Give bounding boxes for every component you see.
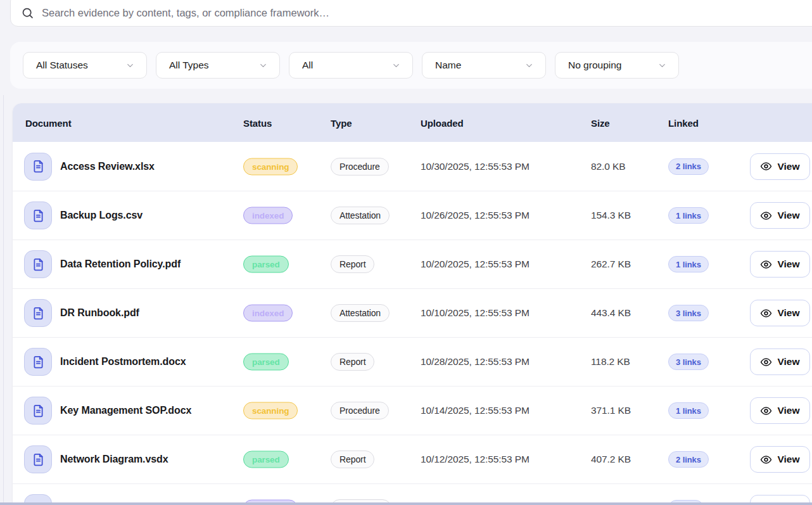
filter-status-value: All Statuses: [36, 60, 88, 71]
table-row: Network Diagram.vsdx parsed Report 10/12…: [13, 435, 812, 483]
document-icon: [24, 250, 52, 278]
size-cell: 154.3 KB: [591, 210, 631, 221]
document-name: Backup Logs.csv: [60, 210, 143, 221]
file-text-icon: [32, 160, 45, 173]
sort-by-value: Name: [435, 60, 461, 71]
evidence-table: Document Status Type Uploaded Size Linke…: [13, 103, 812, 505]
links-pill: 3 links: [668, 354, 709, 370]
status-badge: scanning: [243, 402, 298, 419]
document-icon: [24, 299, 52, 327]
eye-icon: [760, 160, 772, 172]
view-button[interactable]: View: [750, 446, 810, 473]
column-header-type: Type: [331, 117, 352, 128]
links-pill: 1 links: [668, 256, 709, 272]
file-text-icon: [32, 307, 45, 320]
uploaded-cell: 10/26/2025, 12:55:53 PM: [421, 210, 530, 221]
view-button[interactable]: View: [750, 300, 810, 326]
table-row: Data Retention Policy.pdf parsed Report …: [13, 240, 812, 288]
view-button[interactable]: View: [750, 153, 810, 180]
uploaded-cell: 10/14/2025, 12:55:53 PM: [421, 405, 530, 416]
filter-type-value: All Types: [169, 60, 209, 71]
size-cell: 371.1 KB: [591, 405, 631, 416]
view-button-label: View: [777, 307, 799, 319]
view-button-label: View: [777, 259, 799, 270]
sort-by-dropdown[interactable]: Name: [422, 52, 546, 79]
view-button[interactable]: View: [750, 251, 810, 278]
search-input[interactable]: [42, 7, 812, 19]
document-name: Incident Postmortem.docx: [60, 356, 186, 368]
grouping-dropdown[interactable]: No grouping: [555, 52, 679, 79]
size-cell: 82.0 KB: [591, 161, 625, 172]
view-button-label: View: [777, 356, 799, 368]
chevron-down-icon: [524, 61, 534, 70]
filter-status-dropdown[interactable]: All Statuses: [23, 52, 147, 79]
document-name: Access Review.xlsx: [60, 161, 155, 172]
column-header-document: Document: [25, 117, 72, 128]
file-text-icon: [32, 453, 45, 466]
view-button[interactable]: View: [750, 348, 810, 375]
column-header-status: Status: [243, 117, 272, 128]
links-pill: 2 links: [668, 158, 709, 175]
search-bar: [10, 0, 812, 27]
view-button-label: View: [777, 454, 799, 465]
filter-all-value: All: [302, 60, 313, 71]
type-pill: Report: [331, 255, 374, 273]
size-cell: 407.2 KB: [591, 454, 631, 465]
filter-all-dropdown[interactable]: All: [289, 52, 413, 79]
size-cell: 262.7 KB: [591, 259, 631, 270]
size-cell: 118.2 KB: [591, 356, 630, 368]
table-row: Incident Postmortem.docx parsed Report 1…: [13, 337, 812, 386]
uploaded-cell: 10/10/2025, 12:55:53 PM: [421, 307, 530, 319]
status-badge: indexed: [243, 305, 293, 322]
search-icon: [21, 6, 34, 20]
eye-icon: [760, 307, 772, 319]
eye-icon: [760, 259, 772, 271]
document-icon: [24, 153, 52, 181]
type-pill: Procedure: [331, 402, 389, 419]
file-text-icon: [32, 209, 45, 222]
table-row: Key Management SOP.docx scanning Procedu…: [13, 386, 812, 435]
view-button-label: View: [777, 405, 799, 416]
view-button-label: View: [777, 161, 799, 172]
filter-type-dropdown[interactable]: All Types: [156, 52, 280, 79]
left-edge-divider: [3, 95, 4, 505]
status-badge: indexed: [243, 207, 293, 224]
filter-bar: All Statuses All Types All Name No group…: [10, 42, 812, 89]
document-icon: [24, 201, 52, 229]
links-pill: 3 links: [668, 305, 709, 321]
grouping-value: No grouping: [568, 60, 621, 71]
status-badge: parsed: [243, 256, 289, 273]
type-pill: Attestation: [331, 207, 390, 224]
document-name: Network Diagram.vsdx: [60, 454, 168, 465]
type-pill: Report: [331, 451, 374, 468]
links-pill: 2 links: [668, 451, 709, 468]
links-pill: 1 links: [668, 402, 709, 419]
column-header-size: Size: [591, 117, 610, 128]
table-row: Backup Logs.csv indexed Attestation 10/2…: [13, 191, 812, 240]
chevron-down-icon: [125, 61, 135, 70]
size-cell: 443.4 KB: [591, 307, 631, 319]
chevron-down-icon: [657, 61, 667, 70]
column-header-linked: Linked: [668, 117, 699, 128]
view-button[interactable]: View: [750, 202, 810, 229]
view-button-label: View: [777, 210, 799, 221]
view-button[interactable]: View: [750, 397, 810, 424]
status-badge: parsed: [243, 451, 289, 468]
type-pill: Procedure: [331, 158, 389, 176]
eye-icon: [760, 210, 772, 222]
status-badge: parsed: [243, 354, 289, 371]
links-pill: 1 links: [668, 207, 709, 224]
document-name: DR Runbook.pdf: [60, 307, 139, 319]
bottom-scrollbar-track[interactable]: [0, 502, 812, 505]
document-icon: [24, 348, 52, 376]
column-header-uploaded: Uploaded: [421, 117, 464, 128]
document-icon: [24, 445, 52, 473]
file-text-icon: [32, 258, 45, 271]
uploaded-cell: 10/30/2025, 12:55:53 PM: [421, 161, 530, 172]
type-pill: Attestation: [331, 304, 390, 322]
chevron-down-icon: [258, 61, 268, 70]
chevron-down-icon: [391, 61, 401, 70]
uploaded-cell: 10/28/2025, 12:55:53 PM: [421, 356, 530, 368]
uploaded-cell: 10/20/2025, 12:55:53 PM: [421, 259, 530, 270]
table-header: Document Status Type Uploaded Size Linke…: [13, 103, 812, 142]
